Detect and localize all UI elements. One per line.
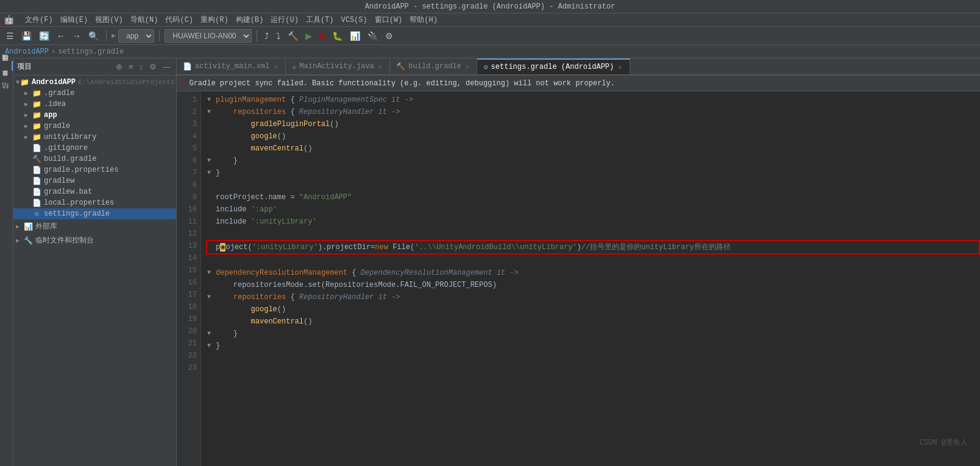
fold-arrow: [207, 143, 216, 155]
toolbar-save-btn[interactable]: 💾: [19, 30, 34, 42]
toolbar-menu-btn[interactable]: ☰: [4, 30, 16, 42]
menu-item[interactable]: 帮助(H): [406, 15, 441, 26]
fold-arrow: [207, 118, 216, 130]
menu-item[interactable]: 文件(F): [21, 15, 57, 26]
menu-item[interactable]: 工具(T): [302, 15, 338, 26]
menu-item[interactable]: 构建(B): [232, 15, 268, 26]
tree-item-gradle-props[interactable]: 📄 gradle.properties: [13, 164, 176, 175]
toolbar-sync-btn[interactable]: 🔄: [37, 30, 52, 42]
tree-item-gradlew[interactable]: 📄 gradlew: [13, 175, 176, 186]
code-content[interactable]: ▼pluginManagement { PluginManagementSpec…: [201, 91, 980, 466]
menu-item[interactable]: VCS(S): [337, 15, 371, 26]
sidebar-tab-resource[interactable]: 资源管理器: [1, 76, 12, 85]
tree-item-app[interactable]: ▶ 📁 app: [13, 110, 176, 121]
tree-item-gitignore[interactable]: 📄 .gitignore: [13, 143, 176, 154]
tab-main-activity[interactable]: ☕ MainActivity.java ✕: [286, 58, 390, 74]
sidebar-tab-project[interactable]: 项目: [0, 61, 13, 71]
tab-label-build-gradle: build.gradle: [408, 62, 461, 71]
sidebar-tab-structure[interactable]: 结: [0, 90, 13, 100]
tab-settings-gradle[interactable]: ⚙ settings.gradle (AndroidAPP) ✕: [477, 58, 630, 74]
breadcrumb-root[interactable]: AndroidAPP: [5, 48, 49, 56]
code-line: include ':unityLibrary': [207, 216, 980, 228]
tab-build-gradle[interactable]: 🔨 build.gradle ✕: [390, 58, 477, 74]
tree-item-local-props[interactable]: 📄 local.properties: [13, 197, 176, 208]
error-icon: ⚠: [182, 78, 186, 88]
tab-close-settings-gradle[interactable]: ✕: [617, 63, 623, 72]
tree-arrow-app: ▶: [24, 111, 32, 119]
line-numbers: 1234567891011121314151617181920212223: [177, 91, 201, 466]
menu-item[interactable]: 重构(R): [197, 15, 232, 26]
tree-arrow-unity: ▶: [24, 133, 32, 141]
toolbar-undo-btn[interactable]: ⤵: [274, 30, 283, 42]
toolbar-back-btn[interactable]: ←: [54, 30, 68, 42]
panel-settings-btn[interactable]: ⚙: [147, 62, 158, 72]
run-config-dropdown[interactable]: app: [118, 29, 154, 43]
toolbar-redo-btn[interactable]: ⤴: [262, 30, 271, 42]
tree-item-unity[interactable]: ▶ 📁 unityLibrary: [13, 132, 176, 143]
toolbar-build-btn[interactable]: 🔨: [285, 30, 300, 42]
tab-close-activity-main[interactable]: ✕: [272, 62, 279, 71]
title-bar: AndroidAPP - settings.gradle (AndroidAPP…: [0, 0, 980, 13]
tree-label-app: app: [44, 111, 57, 119]
tab-close-main-activity[interactable]: ✕: [377, 62, 384, 71]
line-number: 20: [177, 325, 197, 337]
device-dropdown[interactable]: HUAWEI LIO-AN00: [165, 29, 252, 43]
panel-sort-btn[interactable]: ↕: [138, 62, 146, 72]
line-number: 15: [177, 264, 197, 277]
line-number: 2: [177, 106, 197, 118]
toolbar-profile-btn[interactable]: 📊: [347, 30, 363, 42]
menu-item[interactable]: 编辑(E): [57, 15, 92, 26]
code-editor[interactable]: 1234567891011121314151617181920212223 ▼p…: [177, 91, 980, 466]
panel-collapse-btn[interactable]: ≡: [127, 62, 135, 72]
tab-label-settings-gradle: settings.gradle (AndroidAPP): [491, 63, 614, 71]
tree-root[interactable]: ▼ 📁 AndroidAPP E:\AndroidStudioProjects\…: [13, 77, 176, 88]
panel-locate-btn[interactable]: ⊕: [114, 62, 124, 72]
code-text: repositoriesMode.set(RepositoriesMode.FA…: [216, 279, 497, 291]
tree-item-gradle[interactable]: ▶ 📁 gradle: [13, 121, 176, 132]
code-text: dependencyResolutionManagement { Depende…: [216, 267, 519, 279]
toolbar-attach-btn[interactable]: 🔌: [365, 30, 380, 42]
tree-section-temp[interactable]: ▶ 🔧 临时文件和控制台: [13, 233, 176, 247]
toolbar-debug-btn[interactable]: 🐛: [330, 30, 345, 42]
tree-label-gradle-hidden: .gradle: [44, 89, 74, 97]
line-number: 5: [177, 143, 197, 155]
fold-arrow[interactable]: ▼: [207, 340, 216, 352]
toolbar-analyze-btn[interactable]: 🔍: [86, 30, 101, 42]
toolbar-settings-btn[interactable]: ⚙: [383, 30, 396, 42]
menu-item[interactable]: 代码(C): [162, 15, 197, 26]
run-icon: ▶: [112, 31, 116, 40]
menu-item[interactable]: 视图(V): [91, 15, 127, 26]
menu-item[interactable]: 导航(N): [127, 15, 162, 26]
fold-arrow[interactable]: ▼: [207, 291, 216, 303]
breadcrumb-file: settings.gradle: [58, 48, 124, 56]
tree-section-external[interactable]: ▶ 📊 外部库: [13, 219, 176, 233]
toolbar-stop-btn[interactable]: ■: [317, 30, 327, 42]
error-text: Gradle project sync failed. Basic functi…: [189, 79, 615, 88]
menu-item[interactable]: 运行(U): [267, 15, 302, 26]
panel-close-btn[interactable]: —: [161, 62, 172, 72]
tree-icon-unity: 📁: [32, 133, 41, 141]
fold-arrow[interactable]: ▼: [207, 106, 216, 118]
file-tree: ▼ 📁 AndroidAPP E:\AndroidStudioProjects\…: [13, 76, 176, 466]
tree-item-settings-gradle[interactable]: ⚙ settings.gradle: [13, 208, 176, 219]
toolbar-run-btn[interactable]: ▶: [303, 30, 314, 42]
fold-arrow[interactable]: ▼: [207, 94, 216, 106]
fold-arrow[interactable]: ▼: [207, 328, 216, 340]
fold-arrow[interactable]: ▼: [207, 167, 216, 179]
tab-close-build-gradle[interactable]: ✕: [464, 62, 471, 71]
toolbar: ☰ 💾 🔄 ← → 🔍 ▶ app HUAWEI LIO-AN00 ⤴ ⤵ 🔨 …: [0, 27, 980, 45]
project-panel: 项目 ⊕ ≡ ↕ ⚙ — ▼ 📁 AndroidAPP E:\AndroidSt…: [13, 58, 177, 466]
line-number: 12: [177, 228, 197, 240]
menu-item[interactable]: 窗口(W): [371, 15, 407, 26]
fold-arrow[interactable]: ▼: [207, 267, 216, 279]
tree-item-gradlew-bat[interactable]: 📄 gradlew.bat: [13, 186, 176, 197]
tree-icon-settings-gradle: ⚙: [32, 210, 41, 218]
code-line: ▼dependencyResolutionManagement { Depend…: [207, 267, 980, 279]
line-number: 4: [177, 130, 197, 143]
tree-item-idea[interactable]: ▶ 📁 .idea: [13, 99, 176, 110]
tab-activity-main[interactable]: 📄 activity_main.xml ✕: [177, 58, 286, 74]
tree-item-build-gradle[interactable]: 🔨 build.gradle: [13, 154, 176, 164]
fold-arrow[interactable]: ▼: [207, 155, 216, 167]
tree-item-gradle-hidden[interactable]: ▶ 📁 .gradle: [13, 88, 176, 99]
toolbar-forward-btn[interactable]: →: [70, 30, 83, 42]
